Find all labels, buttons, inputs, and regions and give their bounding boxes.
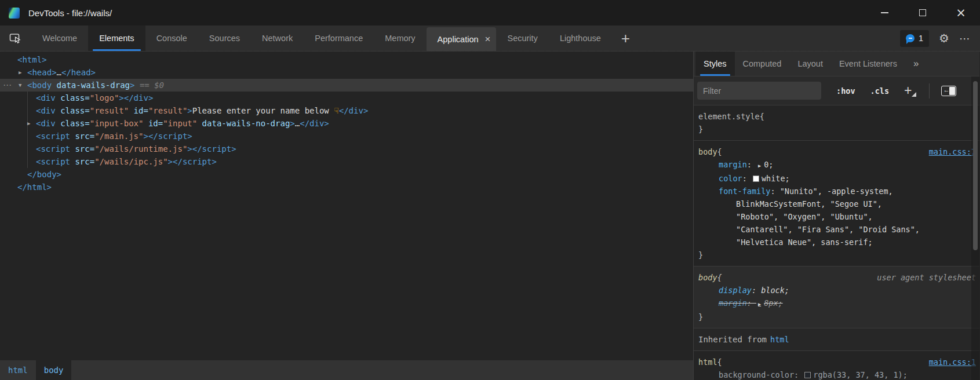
dom-token-tag: <div: [36, 93, 56, 103]
tab-sources[interactable]: Sources: [198, 25, 251, 51]
tab-event-listeners[interactable]: Event Listeners: [831, 52, 905, 76]
close-tab-icon[interactable]: ×: [485, 34, 491, 44]
tab-styles[interactable]: Styles: [695, 52, 735, 76]
tab-label: Security: [507, 34, 537, 43]
dom-token-tag: <html>: [17, 55, 47, 64]
dom-tree-row[interactable]: <html>: [0, 53, 693, 66]
tab-lighthouse[interactable]: Lighthouse: [549, 25, 612, 51]
styles-sidebar-panel: StylesComputedLayoutEvent Listeners» :ho…: [693, 52, 979, 380]
inspect-element-button[interactable]: [0, 25, 31, 51]
open-brace: {: [760, 110, 764, 123]
styles-scrollbar[interactable]: [971, 76, 979, 380]
styles-content: element.style {}body {main.css:7margin: …: [694, 105, 979, 380]
close-icon: ×: [956, 7, 966, 19]
inherited-element-link[interactable]: html: [770, 335, 789, 344]
dom-token-val: "input": [163, 119, 197, 128]
color-swatch[interactable]: [753, 176, 759, 182]
dom-tree-row[interactable]: </body>: [0, 168, 693, 181]
rule-selector-line[interactable]: body {user agent stylesheet: [694, 271, 979, 284]
pseudo-state-button[interactable]: :hov: [836, 86, 855, 96]
minimize-icon: [881, 12, 888, 13]
css-property-name: margin: [719, 298, 747, 308]
dock-sidebar-button[interactable]: ←: [941, 86, 956, 96]
stylesheet-source-link[interactable]: main.css:1: [929, 356, 976, 368]
open-brace: {: [717, 271, 722, 284]
tab-label: Application: [438, 35, 479, 44]
styles-filter-input[interactable]: [697, 82, 821, 100]
close-button[interactable]: ×: [942, 0, 980, 25]
window-title: DevTools - file://wails/: [28, 8, 112, 18]
expand-arrow-icon[interactable]: ▶: [27, 117, 30, 130]
tab-label: Network: [262, 34, 293, 43]
dom-tree-row[interactable]: <div class="logo"></div>: [0, 92, 693, 104]
tab-network[interactable]: Network: [251, 25, 304, 51]
tab-welcome[interactable]: Welcome: [31, 25, 88, 51]
minimize-button[interactable]: [865, 0, 904, 25]
dom-token-tag: </html>: [17, 182, 52, 192]
dom-token-tag: </body>: [27, 170, 61, 179]
css-value-wrapped-line: BlinkMacSystemFont, "Segoe UI",: [694, 198, 979, 210]
rule-selector-line[interactable]: body {main.css:7: [694, 145, 979, 158]
dom-token-attr: data-wails-drag: [52, 81, 130, 90]
dom-token-text: …: [295, 119, 300, 128]
breadcrumb-html[interactable]: html: [0, 360, 36, 380]
dom-token-tag: </head>: [61, 68, 96, 77]
expand-longhand-icon[interactable]: ▶: [758, 301, 761, 307]
close-brace: }: [694, 310, 979, 323]
new-style-rule-button[interactable]: +: [904, 83, 916, 98]
tab-computed[interactable]: Computed: [735, 52, 790, 76]
rule-selector-line[interactable]: html {main.css:1: [694, 356, 979, 368]
content-area: <html>▶<head>…</head>⋯▼<body data-wails-…: [0, 51, 980, 380]
dom-tree-row[interactable]: </html>: [0, 181, 693, 193]
rule-selector-line[interactable]: element.style {: [694, 110, 979, 123]
dom-tree-row[interactable]: ⋯▼<body data-wails-drag> == $0: [0, 79, 693, 92]
tab-console[interactable]: Console: [145, 25, 198, 51]
open-brace: {: [717, 145, 722, 158]
tab-security[interactable]: Security: [496, 25, 548, 51]
maximize-button[interactable]: [904, 0, 942, 25]
add-tab-button[interactable]: +: [612, 25, 639, 51]
breadcrumb-body[interactable]: body: [36, 360, 72, 380]
more-tabs-button[interactable]: »: [913, 52, 919, 76]
settings-button[interactable]: ⚙: [939, 31, 949, 45]
stylesheet-source-link[interactable]: main.css:7: [929, 145, 976, 158]
collapse-arrow-icon[interactable]: ▼: [19, 79, 21, 92]
tab-performance[interactable]: Performance: [304, 25, 374, 51]
dom-tree-row[interactable]: ▶<div class="input-box" id="input" data-…: [0, 117, 693, 130]
element-classes-button[interactable]: .cls: [870, 86, 890, 96]
color-swatch[interactable]: [804, 372, 811, 378]
dom-token-tag: ></script>: [143, 131, 192, 141]
expand-arrow-icon[interactable]: ▶: [19, 66, 21, 79]
styles-filter-row: :hov .cls + ←: [694, 76, 979, 105]
dom-tree-row[interactable]: <script src="/main.js"></script>: [0, 130, 693, 142]
dom-tree: <html>▶<head>…</head>⋯▼<body data-wails-…: [0, 52, 693, 360]
css-value-wrapped-line: "Roboto", "Oxygen", "Ubuntu",: [694, 210, 979, 223]
css-property-value: white;: [762, 174, 790, 183]
css-declaration[interactable]: display: block;: [694, 284, 979, 297]
tab-application[interactable]: Application×: [427, 27, 497, 51]
css-declaration[interactable]: margin: ▶0;: [694, 158, 979, 172]
stylesheet-source-note: user agent stylesheet: [877, 271, 976, 284]
css-declaration[interactable]: margin: ▶8px;: [694, 297, 979, 310]
row-actions-icon[interactable]: ⋯: [3, 79, 12, 92]
devtools-window: DevTools - file://wails/ × WelcomeElemen…: [0, 0, 980, 380]
css-declaration[interactable]: font-family: "Nunito", -apple-system,: [694, 185, 979, 198]
issues-button[interactable]: 1: [900, 30, 929, 47]
css-property-value: rgba(33, 37, 43, 1);: [813, 370, 908, 379]
expand-longhand-icon[interactable]: ▶: [758, 163, 761, 169]
css-declaration[interactable]: color: white;: [694, 172, 979, 185]
dom-token-attr: src=: [70, 131, 94, 141]
tab-layout[interactable]: Layout: [789, 52, 831, 76]
dom-tree-row[interactable]: ▶<head>…</head>: [0, 66, 693, 79]
dom-tree-row[interactable]: <script src="/wails/ipc.js"></script>: [0, 155, 693, 168]
dom-tree-row[interactable]: <script src="/wails/runtime.js"></script…: [0, 142, 693, 155]
tab-elements[interactable]: Elements: [88, 25, 145, 51]
styles-scrollbar-thumb[interactable]: [973, 81, 978, 250]
dom-token-tag: <script: [36, 131, 70, 141]
customize-devtools-button[interactable]: ⋯: [959, 32, 971, 45]
dom-token-val: "input-box": [90, 119, 144, 128]
css-declaration[interactable]: background-color: rgba(33, 37, 43, 1);: [694, 368, 979, 380]
dom-tree-row[interactable]: <div class="result" id="result">Please e…: [0, 104, 693, 117]
style-rule: body {main.css:7margin: ▶0;color: white;…: [694, 141, 979, 266]
tab-memory[interactable]: Memory: [374, 25, 426, 51]
